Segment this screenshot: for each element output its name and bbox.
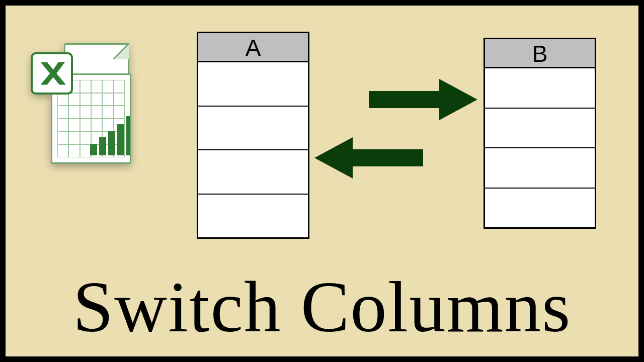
cell — [198, 62, 308, 107]
arrow-left-icon — [312, 135, 423, 180]
column-b-body — [485, 68, 595, 227]
column-a-header: A — [198, 33, 308, 62]
cell — [485, 148, 595, 189]
svg-marker-1 — [314, 137, 423, 178]
x-logo — [31, 52, 73, 95]
column-a-body — [198, 62, 308, 237]
cell — [198, 150, 308, 195]
cell — [485, 189, 595, 228]
cell — [485, 109, 595, 149]
thumbnail-canvas: A B Switch Columns — [4, 4, 640, 358]
svg-marker-0 — [369, 79, 477, 120]
cell — [198, 195, 308, 238]
title-text: Switch Columns — [6, 265, 638, 348]
column-b-header: B — [485, 39, 595, 68]
excel-icon — [36, 43, 141, 169]
bar-chart-icon — [90, 116, 131, 155]
arrow-right-icon — [369, 77, 479, 122]
column-a: A — [197, 32, 309, 239]
cell — [198, 107, 308, 151]
column-b: B — [484, 38, 596, 229]
cell — [485, 68, 595, 109]
